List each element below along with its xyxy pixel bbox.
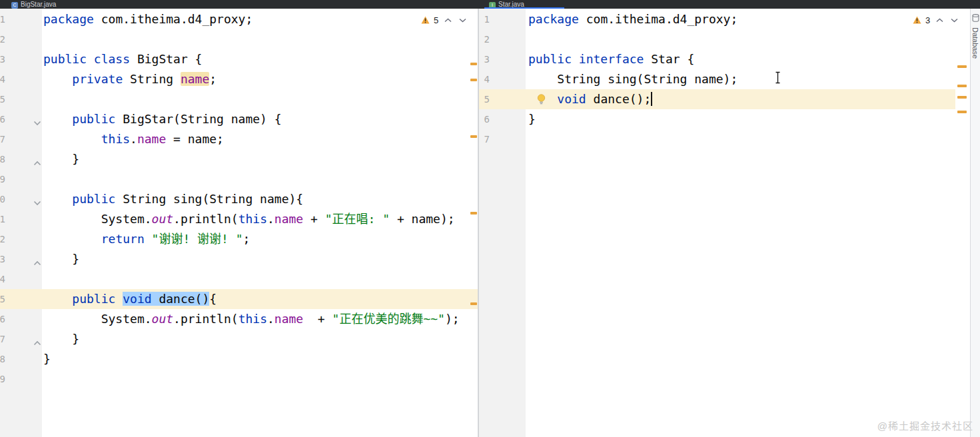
- prev-warning-button[interactable]: [442, 15, 453, 25]
- code-line[interactable]: 15 public void dance(){: [0, 289, 478, 309]
- code-token: com.itheima.d4_proxy;: [586, 12, 738, 26]
- line-number[interactable]: 17: [0, 329, 5, 349]
- code-line[interactable]: 17 }: [0, 329, 478, 349]
- warning-stripe-mark[interactable]: [957, 85, 967, 87]
- code-token: out: [152, 212, 174, 226]
- line-number[interactable]: 4: [479, 69, 490, 89]
- line-number[interactable]: 10: [0, 189, 5, 209]
- code-token: public class: [43, 52, 137, 66]
- line-number[interactable]: 16: [0, 309, 5, 329]
- line-number[interactable]: 6: [479, 109, 490, 129]
- line-number[interactable]: 4: [0, 69, 5, 89]
- line-number[interactable]: 1: [0, 9, 5, 29]
- warning-stripe-mark[interactable]: [470, 302, 477, 305]
- fold-marker-icon[interactable]: [33, 256, 41, 262]
- line-number[interactable]: 8: [0, 149, 5, 169]
- code-line[interactable]: 3public interface Star {: [479, 49, 955, 69]
- fold-marker-icon[interactable]: [33, 196, 41, 203]
- next-warning-button[interactable]: [457, 15, 468, 25]
- warning-stripe-mark[interactable]: [470, 79, 477, 81]
- warning-stripe-mark[interactable]: [470, 212, 477, 215]
- code-line[interactable]: 6 public BigStar(String name) {: [0, 109, 478, 129]
- code-token: [43, 112, 72, 126]
- warning-stripe-mark[interactable]: [957, 111, 967, 113]
- line-number[interactable]: 13: [0, 249, 5, 269]
- code-line[interactable]: 5 void dance();: [479, 89, 955, 109]
- line-number[interactable]: 1: [479, 9, 490, 29]
- line-number[interactable]: 5: [479, 89, 490, 109]
- line-number[interactable]: 2: [479, 29, 490, 49]
- inspections-widget-right: 3: [910, 14, 962, 26]
- warning-stripe-mark[interactable]: [470, 135, 477, 138]
- fold-marker-icon[interactable]: [33, 336, 41, 342]
- line-number[interactable]: 3: [0, 49, 5, 69]
- line-number[interactable]: 9: [0, 169, 5, 189]
- code-line[interactable]: 18}: [0, 349, 478, 369]
- tab-label: BigStar.java: [21, 1, 56, 9]
- line-number[interactable]: 7: [479, 129, 490, 149]
- line-number[interactable]: 19: [0, 369, 5, 389]
- code-token: void: [557, 92, 586, 106]
- warning-stripe-mark[interactable]: [957, 96, 967, 99]
- fold-marker-icon[interactable]: [33, 156, 41, 163]
- code-line[interactable]: 7: [479, 129, 955, 149]
- line-number[interactable]: 12: [0, 229, 5, 249]
- code-token: public interface: [528, 52, 651, 66]
- warning-stripe-mark[interactable]: [470, 63, 477, 65]
- line-number[interactable]: 11: [0, 209, 5, 229]
- code-token: this: [101, 132, 130, 146]
- code-line[interactable]: 13 }: [0, 249, 478, 269]
- code-token: name: [137, 132, 166, 146]
- code-line[interactable]: 8 }: [0, 149, 478, 169]
- warning-icon: [421, 16, 430, 24]
- code-line[interactable]: 5: [0, 89, 478, 109]
- code-line[interactable]: 14: [0, 269, 478, 289]
- code-line[interactable]: 9: [0, 169, 478, 189]
- next-warning-button[interactable]: [949, 15, 959, 25]
- split-divider[interactable]: [478, 9, 479, 437]
- line-number[interactable]: 15: [0, 289, 5, 309]
- code-token: .: [267, 212, 274, 226]
- code-line[interactable]: 4 String sing(String name);: [479, 69, 955, 89]
- code-token: String sing(String name){: [123, 192, 303, 206]
- code-token: public: [72, 192, 123, 206]
- line-number[interactable]: 5: [0, 89, 5, 109]
- prev-warning-button[interactable]: [934, 15, 945, 25]
- code-text: void dance();: [528, 89, 652, 109]
- java-interface-file-icon: I: [489, 2, 496, 9]
- fold-marker-icon[interactable]: [33, 116, 41, 123]
- code-token: [43, 132, 101, 146]
- line-number[interactable]: 14: [0, 269, 5, 289]
- line-number[interactable]: 7: [0, 129, 5, 149]
- code-line[interactable]: 12 return "谢谢! 谢谢! ";: [0, 229, 478, 249]
- code-text: public interface Star {: [528, 49, 694, 69]
- database-toolwindow-button[interactable]: Database: [971, 27, 979, 59]
- code-line[interactable]: 10 public String sing(String name){: [0, 189, 478, 209]
- code-text: public class BigStar {: [43, 49, 202, 69]
- line-number[interactable]: 2: [0, 29, 5, 49]
- code-token: out: [152, 312, 174, 326]
- code-token: [43, 292, 72, 306]
- line-number[interactable]: 18: [0, 349, 5, 369]
- code-line[interactable]: 4 private String name;: [0, 69, 478, 89]
- tab-bigstar-java[interactable]: C BigStar.java: [7, 0, 61, 9]
- code-line[interactable]: 3public class BigStar {: [0, 49, 478, 69]
- code-line[interactable]: 1package com.itheima.d4_proxy;: [0, 9, 478, 29]
- editor-pane-bigstar: 1package com.itheima.d4_proxy;23public c…: [0, 9, 478, 437]
- code-line[interactable]: 2: [479, 29, 955, 49]
- code-text: return "谢谢! 谢谢! ";: [43, 229, 250, 249]
- code-token: ;: [243, 232, 250, 246]
- warning-stripe-mark[interactable]: [957, 65, 967, 68]
- code-token: System.: [43, 312, 152, 326]
- code-line[interactable]: 2: [0, 29, 478, 49]
- code-line[interactable]: 16 System.out.println(this.name + "正在优美的…: [0, 309, 478, 329]
- code-line[interactable]: 19: [0, 369, 478, 389]
- line-number[interactable]: 6: [0, 109, 5, 129]
- code-line[interactable]: 11 System.out.println(this.name + "正在唱: …: [0, 209, 478, 229]
- code-line[interactable]: 1package com.itheima.d4_proxy;: [479, 9, 955, 29]
- code-line[interactable]: 7 this.name = name;: [0, 129, 478, 149]
- line-number[interactable]: 3: [479, 49, 490, 69]
- code-token: "谢谢! 谢谢! ": [152, 232, 243, 246]
- tab-star-java[interactable]: I Star.java: [484, 0, 564, 9]
- code-line[interactable]: 6}: [479, 109, 955, 129]
